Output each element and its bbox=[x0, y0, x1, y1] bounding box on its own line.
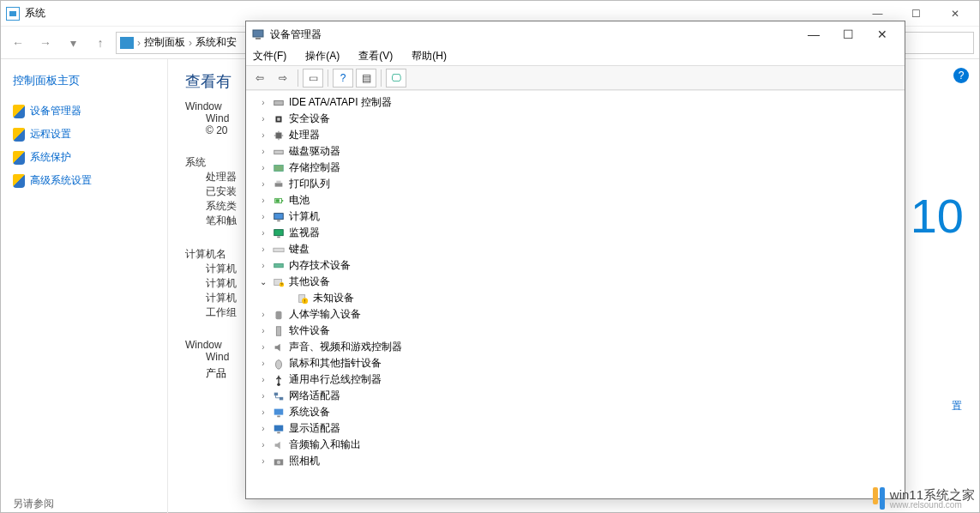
sidebar-link-label: 远程设置 bbox=[30, 127, 71, 142]
tree-node-memory[interactable]: ›内存技术设备 bbox=[246, 257, 905, 274]
expand-arrow-icon[interactable]: › bbox=[258, 244, 268, 254]
tree-node-usb[interactable]: ›通用串行总线控制器 bbox=[246, 371, 905, 388]
toolbar-forward-button[interactable]: ⇨ bbox=[273, 69, 293, 88]
menu-file[interactable]: 文件(F) bbox=[250, 47, 290, 65]
expand-arrow-icon[interactable]: › bbox=[258, 456, 268, 466]
menu-action[interactable]: 操作(A) bbox=[302, 47, 343, 65]
toolbar-separator bbox=[381, 69, 382, 87]
change-settings-link[interactable]: 置 bbox=[952, 399, 962, 413]
shield-icon bbox=[13, 151, 25, 165]
menu-view[interactable]: 查看(V) bbox=[355, 47, 396, 65]
tree-node-monitor[interactable]: ›计算机 bbox=[246, 208, 905, 225]
tree-node-printer[interactable]: ›打印队列 bbox=[246, 176, 905, 192]
breadcrumb-item[interactable]: 控制面板 bbox=[144, 35, 185, 50]
child-maximize-button[interactable]: ☐ bbox=[831, 22, 865, 46]
child-minimize-button[interactable]: — bbox=[797, 22, 831, 46]
sidebar-link-1[interactable]: 远程设置 bbox=[13, 127, 155, 142]
tree-node-battery[interactable]: ›电池 bbox=[246, 192, 905, 208]
expand-arrow-icon[interactable]: › bbox=[258, 147, 268, 156]
tree-node-storage[interactable]: ›存储控制器 bbox=[246, 160, 905, 176]
tree-node-other[interactable]: ⌄?其他设备 bbox=[246, 274, 905, 290]
expand-arrow-icon[interactable]: › bbox=[258, 114, 268, 124]
shield-icon bbox=[13, 174, 25, 188]
recent-button[interactable]: ▾ bbox=[61, 31, 85, 55]
expand-arrow-icon[interactable]: › bbox=[258, 179, 268, 189]
windows-10-logo-text: 10 bbox=[911, 188, 964, 244]
audio-icon bbox=[272, 438, 286, 452]
tree-node-hid[interactable]: ›人体学输入设备 bbox=[246, 306, 905, 323]
expand-arrow-icon[interactable]: › bbox=[258, 310, 268, 319]
tree-node-unknown[interactable]: !未知设备 bbox=[246, 290, 905, 306]
up-button[interactable]: ↑ bbox=[88, 31, 112, 55]
close-button[interactable]: ✕ bbox=[935, 2, 974, 26]
expand-arrow-icon[interactable]: › bbox=[258, 359, 268, 368]
tree-node-label: 显示适配器 bbox=[289, 421, 340, 436]
expand-arrow-icon[interactable]: › bbox=[258, 342, 268, 352]
svg-rect-33 bbox=[274, 425, 284, 431]
sidebar-link-2[interactable]: 系统保护 bbox=[13, 150, 155, 165]
tree-node-label: 声音、视频和游戏控制器 bbox=[289, 340, 402, 354]
tree-node-software[interactable]: ›软件设备 bbox=[246, 323, 905, 339]
sidebar-title[interactable]: 控制面板主页 bbox=[13, 73, 155, 88]
tree-node-label: 通用串行总线控制器 bbox=[289, 372, 382, 387]
expand-arrow-icon[interactable]: › bbox=[258, 391, 268, 401]
child-close-button[interactable]: ✕ bbox=[865, 22, 899, 46]
tree-node-system[interactable]: ›系统设备 bbox=[246, 404, 905, 420]
tree-node-camera[interactable]: ›照相机 bbox=[246, 453, 905, 469]
collapse-arrow-icon[interactable]: ⌄ bbox=[258, 277, 268, 287]
tree-node-cpu[interactable]: ›处理器 bbox=[246, 127, 905, 143]
tree-node-ide[interactable]: ›IDE ATA/ATAPI 控制器 bbox=[246, 94, 905, 111]
forward-button[interactable]: → bbox=[33, 31, 57, 55]
tree-node-chip[interactable]: ›安全设备 bbox=[246, 111, 905, 127]
svg-rect-13 bbox=[274, 213, 284, 219]
storage-icon bbox=[272, 161, 286, 175]
expand-arrow-icon[interactable]: › bbox=[258, 375, 268, 384]
shield-icon bbox=[13, 105, 25, 118]
expand-arrow-icon[interactable]: › bbox=[258, 228, 268, 238]
watermark-icon bbox=[873, 487, 885, 510]
tree-node-label: 存储控制器 bbox=[289, 160, 340, 175]
expand-arrow-icon[interactable]: › bbox=[258, 196, 268, 205]
sidebar-link-3[interactable]: 高级系统设置 bbox=[13, 173, 155, 188]
tree-node-keyboard[interactable]: ›键盘 bbox=[246, 241, 905, 257]
expand-arrow-icon[interactable]: › bbox=[258, 98, 268, 107]
tree-node-label: 软件设备 bbox=[289, 323, 330, 338]
expand-arrow-icon[interactable]: › bbox=[258, 424, 268, 433]
sidebar-link-label: 设备管理器 bbox=[30, 104, 81, 118]
tree-node-disk[interactable]: ›磁盘驱动器 bbox=[246, 143, 905, 160]
tree-node-audio[interactable]: ›音频输入和输出 bbox=[246, 437, 905, 453]
tree-node-sound[interactable]: ›声音、视频和游戏控制器 bbox=[246, 339, 905, 355]
svg-rect-15 bbox=[274, 229, 284, 235]
toolbar-scan-button[interactable]: 🖵 bbox=[386, 69, 406, 88]
tree-node-display[interactable]: ›监视器 bbox=[246, 225, 905, 241]
expand-arrow-icon[interactable]: › bbox=[258, 130, 268, 140]
tree-node-mouse[interactable]: ›鼠标和其他指针设备 bbox=[246, 355, 905, 371]
sidebar-link-0[interactable]: 设备管理器 bbox=[13, 104, 155, 118]
expand-arrow-icon[interactable]: › bbox=[258, 261, 268, 270]
breadcrumb-item[interactable]: 系统和安 bbox=[195, 35, 237, 50]
expand-arrow-icon[interactable]: › bbox=[258, 163, 268, 172]
back-button[interactable]: ← bbox=[6, 31, 30, 55]
usb-icon bbox=[272, 373, 286, 387]
tree-node-label: 计算机 bbox=[289, 209, 320, 224]
toolbar-back-button[interactable]: ⇦ bbox=[250, 69, 270, 88]
svg-point-27 bbox=[276, 359, 282, 369]
expand-arrow-icon[interactable]: › bbox=[258, 326, 268, 335]
child-title: 设备管理器 bbox=[270, 27, 797, 42]
toolbar-help-button[interactable]: ? bbox=[333, 69, 353, 88]
expand-arrow-icon[interactable]: › bbox=[258, 212, 268, 221]
network-icon bbox=[272, 389, 286, 403]
device-tree[interactable]: ›IDE ATA/ATAPI 控制器›安全设备›处理器›磁盘驱动器›存储控制器›… bbox=[246, 90, 905, 498]
toolbar-show-hide-button[interactable]: ▭ bbox=[303, 69, 323, 88]
toolbar-properties-button[interactable]: ▤ bbox=[356, 69, 376, 88]
svg-rect-5 bbox=[276, 132, 282, 138]
see-also-label: 另请参阅 bbox=[13, 497, 155, 511]
keyboard-icon bbox=[272, 243, 286, 256]
menu-help[interactable]: 帮助(H) bbox=[408, 47, 450, 65]
monitor-icon bbox=[120, 37, 134, 49]
tree-node-network[interactable]: ›网络适配器 bbox=[246, 388, 905, 404]
tree-node-label: 鼠标和其他指针设备 bbox=[289, 356, 382, 371]
tree-node-gpu[interactable]: ›显示适配器 bbox=[246, 420, 905, 437]
expand-arrow-icon[interactable]: › bbox=[258, 407, 268, 417]
expand-arrow-icon[interactable]: › bbox=[258, 440, 268, 450]
